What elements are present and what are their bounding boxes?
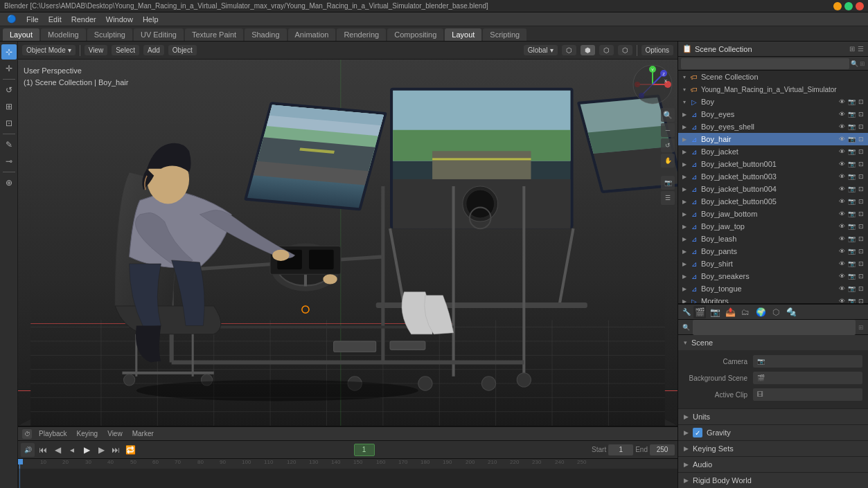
- select-menu[interactable]: Select: [112, 45, 139, 55]
- tab-compositing[interactable]: Compositing: [387, 28, 443, 41]
- tab-rendering[interactable]: Rendering: [337, 28, 386, 41]
- tool-transform[interactable]: ⊡: [1, 116, 17, 131]
- play-forward[interactable]: ▶: [80, 444, 93, 456]
- menu-edit[interactable]: Edit: [44, 14, 66, 25]
- vp-zoom-in[interactable]: 🔍: [661, 108, 675, 122]
- timeline-tab-marker[interactable]: Marker: [130, 429, 157, 438]
- tab-view-icon[interactable]: 🗂: [739, 306, 752, 318]
- minimize-button[interactable]: [833, 2, 842, 10]
- tool-cursor[interactable]: ⊹: [1, 44, 17, 60]
- tree-item-jaw-bottom[interactable]: ▶ ⊿ Boy_jaw_bottom 👁 📷 ⊡: [678, 208, 868, 220]
- loop-toggle[interactable]: 🔁: [124, 444, 136, 456]
- next-frame[interactable]: ▶: [95, 444, 107, 456]
- section-units-header[interactable]: ▶ Units: [678, 409, 868, 424]
- vp-camera[interactable]: 📷: [661, 176, 675, 190]
- tree-item-moritors[interactable]: ▶ ▷ Moritors 👁 📷 ⊡: [678, 295, 868, 305]
- properties-search-input[interactable]: [693, 320, 856, 335]
- tree-item-boy-jacket[interactable]: ▶ ⊿ Boy_jacket 👁 📷 ⊡: [678, 145, 868, 158]
- tab-object-icon[interactable]: ⬡: [770, 306, 782, 318]
- menu-render[interactable]: Render: [67, 14, 100, 25]
- filter-icon[interactable]: ⊞: [858, 324, 864, 331]
- tool-measure[interactable]: ⊸: [1, 154, 17, 169]
- menu-file[interactable]: File: [22, 14, 43, 25]
- tab-texture-paint[interactable]: Texture Paint: [185, 28, 243, 41]
- vp-pan[interactable]: ✋: [661, 154, 675, 168]
- active-clip-value[interactable]: 🎞: [753, 388, 862, 401]
- tab-layout[interactable]: Layout: [3, 28, 39, 41]
- tree-item-boy-hair[interactable]: ▶ ⊿ Boy_hair 👁 📷 ⊡: [678, 133, 868, 145]
- tab-scene-icon[interactable]: 🎬: [693, 306, 706, 318]
- tab-shading[interactable]: Shading: [245, 28, 286, 41]
- tree-item-racing-collection[interactable]: ▾ 🏷 Young_Man_Racing_in_a_Virtual_Simula…: [678, 83, 868, 96]
- tab-world-icon[interactable]: 🌍: [754, 306, 767, 318]
- tree-item-leash[interactable]: ▶ ⊿ Boy_leash 👁 📷 ⊡: [678, 233, 868, 245]
- menu-help[interactable]: Help: [139, 14, 163, 25]
- outliner-settings[interactable]: ☰: [858, 45, 864, 53]
- view-menu[interactable]: View: [85, 45, 108, 55]
- tool-rotate[interactable]: ↺: [1, 82, 17, 98]
- object-menu[interactable]: Object: [168, 45, 197, 55]
- tree-item-boy[interactable]: ▾ ▷ Boy 👁 📷 ⊡: [678, 96, 868, 108]
- section-gravity-header[interactable]: ▶ ✓ Gravity: [678, 425, 868, 440]
- tool-scale[interactable]: ⊞: [1, 99, 17, 114]
- tree-item-scene-collection[interactable]: ▾ 🏷 Scene Collection: [678, 71, 868, 83]
- tree-item-jacket-btn4[interactable]: ▶ ⊿ Boy_jacket_button004 👁 📷 ⊡: [678, 183, 868, 195]
- viewport-shading-wire[interactable]: ⬡: [562, 45, 576, 55]
- tree-item-jacket-btn5[interactable]: ▶ ⊿ Boy_jacket_button005 👁 📷 ⊡: [678, 195, 868, 208]
- tool-move[interactable]: ✛: [1, 61, 17, 76]
- current-frame-display[interactable]: 1: [354, 444, 375, 456]
- outliner-filter[interactable]: ⊞: [849, 45, 855, 53]
- start-frame-input[interactable]: [608, 444, 633, 455]
- tree-item-jacket-btn3[interactable]: ▶ ⊿ Boy_jacket_button003 👁 📷 ⊡: [678, 170, 868, 183]
- jump-start[interactable]: ⏮: [37, 444, 49, 456]
- tab-render-icon[interactable]: 📷: [709, 306, 721, 318]
- play-reverse[interactable]: ◂: [66, 444, 78, 456]
- timeline-track-area[interactable]: [18, 469, 677, 488]
- tab-uv-editing[interactable]: UV Editing: [134, 28, 184, 41]
- tree-item-sneakers[interactable]: ▶ ⊿ Boy_sneakers 👁 📷 ⊡: [678, 270, 868, 282]
- vp-orbit[interactable]: ↺: [661, 138, 675, 152]
- jump-end[interactable]: ⏭: [109, 444, 122, 456]
- tab-modifier-icon[interactable]: 🔩: [785, 306, 797, 318]
- global-dropdown[interactable]: Global▾: [524, 45, 558, 55]
- outliner-search-input[interactable]: [681, 58, 849, 69]
- cam-icon[interactable]: 📷: [847, 110, 856, 118]
- gravity-checkbox[interactable]: ✓: [693, 428, 702, 437]
- camera-icon-boy[interactable]: 📷: [847, 98, 856, 106]
- tab-scripting[interactable]: Scripting: [483, 28, 526, 41]
- viewport-shading-solid[interactable]: ⬢: [581, 45, 595, 55]
- timeline-tab-playback[interactable]: Playback: [36, 429, 70, 438]
- menu-blender[interactable]: 🔵: [3, 13, 21, 25]
- tab-sculpting[interactable]: Sculpting: [87, 28, 132, 41]
- tab-layout-active[interactable]: Layout: [445, 28, 481, 41]
- tree-item-shirt[interactable]: ▶ ⊿ Boy_shirt 👁 📷 ⊡: [678, 257, 868, 270]
- section-scene-header[interactable]: ▾ Scene: [678, 335, 868, 350]
- viewport-canvas[interactable]: User Perspective (1) Scene Collection | …: [18, 60, 677, 426]
- camera-value[interactable]: 📷: [753, 355, 862, 368]
- tree-item-jaw-top[interactable]: ▶ ⊿ Boy_jaw_top 👁 📷 ⊡: [678, 220, 868, 233]
- tab-output-icon[interactable]: 📤: [724, 306, 736, 318]
- end-frame-input[interactable]: [650, 444, 675, 455]
- tree-item-pants[interactable]: ▶ ⊿ Boy_pants 👁 📷 ⊡: [678, 245, 868, 257]
- timeline-tab-keying[interactable]: Keying: [74, 429, 101, 438]
- outliner-filter-icon[interactable]: ⊞: [860, 60, 865, 67]
- section-keying-sets-header[interactable]: ▶ Keying Sets: [678, 441, 868, 456]
- tool-add[interactable]: ⊕: [1, 175, 17, 190]
- tab-animation[interactable]: Animation: [288, 28, 336, 41]
- maximize-button[interactable]: [844, 2, 853, 10]
- render-icon-boy[interactable]: ⊡: [857, 98, 865, 106]
- tree-item-boy-eyes[interactable]: ▶ ⊿ Boy_eyes 👁 📷 ⊡: [678, 108, 868, 120]
- menu-window[interactable]: Window: [102, 14, 137, 25]
- add-menu[interactable]: Add: [143, 45, 164, 55]
- navigation-gizmo[interactable]: X Y Z: [632, 64, 673, 105]
- tool-annotate[interactable]: ✎: [1, 137, 17, 152]
- timeline-tab-view[interactable]: View: [105, 429, 125, 438]
- tree-item-tongue[interactable]: ▶ ⊿ Boy_tongue 👁 📷 ⊡: [678, 282, 868, 295]
- close-button[interactable]: [856, 2, 864, 10]
- options-button[interactable]: Options: [641, 45, 673, 55]
- vp-toggle[interactable]: ☰: [661, 191, 675, 205]
- vp-zoom-out[interactable]: ─: [661, 123, 675, 137]
- tree-item-jacket-btn1[interactable]: ▶ ⊿ Boy_jacket_button001 👁 📷 ⊡: [678, 158, 868, 170]
- section-rigid-body-header[interactable]: ▶ Rigid Body World: [678, 473, 868, 488]
- prev-frame[interactable]: ◀: [51, 444, 64, 456]
